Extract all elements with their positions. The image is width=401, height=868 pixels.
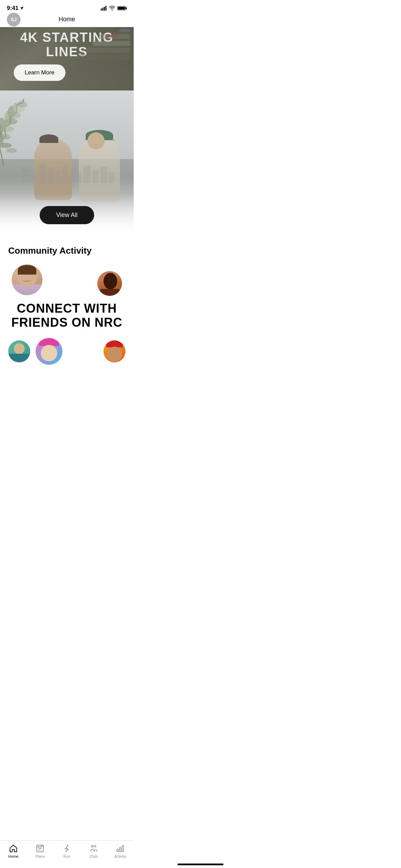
connect-headline: CONNECT WITH FRIENDS ON NRC <box>8 301 125 330</box>
svg-point-11 <box>107 34 119 38</box>
svg-point-12 <box>119 28 131 33</box>
svg-rect-2 <box>104 7 105 11</box>
learn-more-button[interactable]: Learn More <box>14 64 65 81</box>
community-avatar-4[interactable] <box>36 338 62 365</box>
svg-rect-9 <box>86 48 130 53</box>
svg-rect-18 <box>62 166 69 183</box>
svg-rect-15 <box>38 164 46 183</box>
svg-rect-24 <box>109 172 114 183</box>
svg-rect-10 <box>79 55 130 60</box>
community-avatars-top <box>8 264 125 296</box>
svg-rect-14 <box>31 169 36 183</box>
svg-rect-13 <box>22 166 29 183</box>
community-avatar-3[interactable] <box>8 340 30 362</box>
svg-rect-0 <box>101 9 102 11</box>
community-avatar-2[interactable] <box>97 271 122 296</box>
community-section: Community Activity CON <box>0 234 134 373</box>
view-all-button[interactable]: View All <box>40 206 94 224</box>
outdoor-section: View All <box>0 91 134 234</box>
svg-rect-20 <box>77 173 82 183</box>
status-time: 9:41 <box>7 5 24 12</box>
status-bar: 9:41 <box>0 0 134 14</box>
svg-rect-21 <box>83 165 91 183</box>
header-title: Home <box>59 16 75 23</box>
svg-rect-19 <box>70 169 76 183</box>
wifi-icon <box>109 6 115 11</box>
battery-icon <box>117 6 127 11</box>
svg-rect-23 <box>100 167 107 183</box>
svg-rect-17 <box>56 171 60 183</box>
community-avatar-5[interactable] <box>104 340 125 362</box>
svg-rect-22 <box>93 170 99 183</box>
time-display: 9:41 <box>7 5 19 12</box>
svg-rect-8 <box>93 41 130 46</box>
svg-rect-1 <box>102 8 104 11</box>
community-avatars-bottom <box>8 338 125 365</box>
svg-rect-16 <box>48 168 54 183</box>
app-header: SJ Home <box>0 14 134 27</box>
status-icons <box>101 6 127 11</box>
svg-rect-5 <box>126 7 127 9</box>
user-avatar[interactable]: SJ <box>7 13 21 26</box>
community-avatar-1[interactable] <box>12 264 42 295</box>
community-title: Community Activity <box>8 245 125 256</box>
hero-banner-section: 4K STARTINGLINES Learn More <box>0 27 134 91</box>
buildings-background <box>17 162 117 183</box>
hero-decoration <box>72 27 134 68</box>
svg-rect-6 <box>118 7 125 10</box>
svg-rect-3 <box>106 6 107 11</box>
location-icon <box>20 6 24 10</box>
signal-icon <box>101 6 107 11</box>
